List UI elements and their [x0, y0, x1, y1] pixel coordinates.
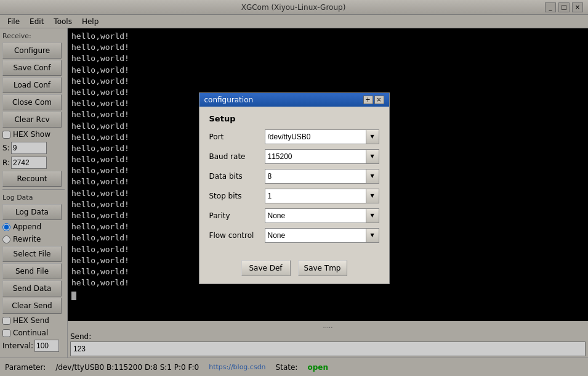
stop-bits-select[interactable]: 1 1.5 2	[265, 189, 379, 203]
flow-control-row: Flow control None XON/XOFF RTS/CTS ▼	[209, 228, 379, 243]
port-select[interactable]: /dev/ttyUSB0 /dev/ttyUSB1 /dev/ttyS0	[265, 129, 379, 144]
baud-rate-select-wrapper: 9600 19200 38400 57600 115200 ▼	[265, 149, 379, 164]
flow-control-select-wrapper: None XON/XOFF RTS/CTS ▼	[265, 228, 379, 243]
baud-rate-row: Baud rate 9600 19200 38400 57600 115200 …	[209, 149, 379, 164]
port-select-wrapper: /dev/ttyUSB0 /dev/ttyUSB1 /dev/ttyS0 ▼	[265, 129, 379, 144]
configuration-dialog: configuration + × Setup Port /dev/ttyUSB…	[199, 92, 390, 284]
save-tmp-button[interactable]: Save Tmp	[298, 260, 347, 276]
parity-label: Parity	[209, 211, 265, 220]
parity-row: Parity None Odd Even ▼	[209, 208, 379, 223]
dialog-title: configuration	[204, 96, 254, 104]
baud-rate-select[interactable]: 9600 19200 38400 57600 115200	[265, 149, 379, 164]
parity-select[interactable]: None Odd Even	[265, 208, 379, 223]
dialog-close-button[interactable]: ×	[374, 96, 384, 104]
setup-title: Setup	[209, 114, 379, 123]
flow-control-select[interactable]: None XON/XOFF RTS/CTS	[265, 228, 379, 243]
port-row: Port /dev/ttyUSB0 /dev/ttyUSB1 /dev/ttyS…	[209, 129, 379, 144]
data-bits-select-wrapper: 5 6 7 8 ▼	[265, 169, 379, 184]
stop-bits-row: Stop bits 1 1.5 2 ▼	[209, 189, 379, 203]
baud-rate-label: Baud rate	[209, 152, 265, 161]
stop-bits-select-wrapper: 1 1.5 2 ▼	[265, 189, 379, 203]
dialog-titlebar: configuration + ×	[199, 93, 389, 107]
data-bits-label: Data bits	[209, 172, 265, 181]
modal-overlay: configuration + × Setup Port /dev/ttyUSB…	[0, 0, 588, 376]
port-label: Port	[209, 133, 265, 141]
parity-select-wrapper: None Odd Even ▼	[265, 208, 379, 223]
dialog-plus-button[interactable]: +	[363, 96, 373, 104]
dialog-controls[interactable]: + ×	[363, 96, 384, 104]
dialog-footer: Save Def Save Tmp	[199, 255, 389, 284]
data-bits-select[interactable]: 5 6 7 8	[265, 169, 379, 184]
flow-control-label: Flow control	[209, 231, 265, 240]
data-bits-row: Data bits 5 6 7 8 ▼	[209, 169, 379, 184]
dialog-body: Setup Port /dev/ttyUSB0 /dev/ttyUSB1 /de…	[199, 107, 389, 255]
save-def-button[interactable]: Save Def	[241, 260, 291, 276]
stop-bits-label: Stop bits	[209, 192, 265, 200]
